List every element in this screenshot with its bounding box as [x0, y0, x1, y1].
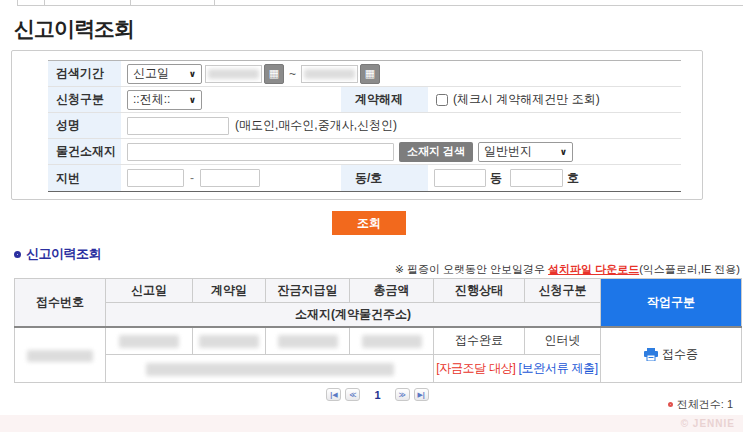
ho-suffix: 호 [567, 170, 579, 187]
chevron-down-icon: ∨ [189, 69, 196, 79]
col-header-contract-date: 계약일 [193, 279, 266, 303]
col-header-total-amount: 총금액 [350, 279, 434, 303]
lot-type-select[interactable]: 일반번지 ∨ [478, 142, 573, 162]
cell-receipt-no [15, 327, 106, 383]
lot-sub-input[interactable] [200, 169, 260, 187]
total-count: 전체건수: 1 [668, 397, 733, 412]
masked-date-to [304, 69, 355, 79]
col-header-report-date: 신고일 [106, 279, 193, 303]
lot-label: 지번 [48, 165, 121, 191]
ho-input[interactable] [510, 169, 563, 187]
prev-page-button[interactable]: ≪ [345, 388, 360, 401]
location-input[interactable] [127, 143, 394, 161]
calendar-from-button[interactable]: ▦ [264, 64, 284, 84]
dong-ho-label: 동/호 [341, 165, 428, 191]
calendar-icon: ▦ [365, 67, 375, 80]
search-form-table: 검색기간 신고일 ∨ ▦ ~ ▦ 신청구분 ::전체:: [48, 60, 681, 192]
period-label: 검색기간 [48, 61, 121, 86]
funding-target-tag: [자금조달 대상] [436, 361, 515, 375]
col-header-apply-type: 신청구분 [525, 279, 601, 303]
total-count-text: 전체건수: 1 [677, 397, 733, 412]
dong-input[interactable] [434, 169, 486, 187]
row-apply-type: 신청구분 ::전체:: ∨ 계약해제 (체크시 계약해제건만 조회) [48, 87, 681, 113]
date-to-input[interactable] [301, 65, 358, 83]
next-page-button[interactable]: ≫ [395, 388, 410, 401]
cell-report-date [106, 327, 193, 355]
col-header-status: 진행상태 [434, 279, 525, 303]
cell-tags: [자금조달 대상] [보완서류 제출] [434, 355, 601, 383]
current-page-number[interactable]: 1 [374, 389, 380, 401]
cell-status: 접수완료 [434, 327, 525, 355]
calendar-icon: ▦ [269, 67, 279, 80]
masked-contract-date [199, 335, 259, 348]
chevron-down-icon: ∨ [560, 147, 567, 157]
location-search-button[interactable]: 소재지 검색 [399, 142, 473, 162]
page-title: 신고이력조회 [14, 15, 134, 43]
col-header-receipt-no: 접수번호 [15, 279, 106, 327]
first-page-button[interactable]: |◀ [326, 388, 341, 401]
install-notice: ※ 필증이 오랫동안 안보일경우 설치파일 다운로드(익스플로러,IE 전용) [395, 262, 740, 277]
dong-suffix: 동 [490, 170, 502, 187]
apply-type-select[interactable]: ::전체:: ∨ [127, 90, 202, 110]
cell-address [106, 355, 434, 383]
cell-apply-type: 인터넷 [525, 327, 601, 355]
name-label: 성명 [48, 113, 121, 138]
notice-prefix: ※ 필증이 오랫동안 안보일경우 [395, 263, 548, 275]
search-form: 검색기간 신고일 ∨ ▦ ~ ▦ 신청구분 ::전체:: [11, 50, 703, 200]
masked-date-from [208, 69, 259, 79]
results-section-title: 신고이력조회 [26, 245, 101, 263]
col-header-balance-date: 잔금지급일 [266, 279, 350, 303]
lot-main-input[interactable] [127, 169, 184, 187]
apply-type-value: ::전체:: [133, 91, 170, 108]
masked-address [146, 363, 394, 376]
period-type-value: 신고일 [133, 65, 169, 82]
table-row: 접수완료 인터넷 접수증 [15, 327, 742, 355]
cell-balance-date [266, 327, 350, 355]
notice-suffix: (익스플로러,IE 전용) [639, 263, 740, 275]
location-label: 물건소재지 [48, 139, 121, 164]
watermark: © JENNIE [681, 418, 735, 429]
contract-cancel-label: 계약해제 [341, 87, 428, 112]
name-input[interactable] [127, 117, 229, 135]
range-separator: ~ [289, 67, 296, 81]
period-type-select[interactable]: 신고일 ∨ [127, 64, 202, 84]
lot-type-value: 일반번지 [484, 143, 532, 160]
printer-icon [644, 348, 658, 361]
name-hint: (매도인,매수인,중개사,신청인) [235, 117, 397, 134]
contract-cancel-checkbox[interactable] [436, 94, 448, 106]
row-lot-number: 지번 - 동/호 동 호 [48, 165, 681, 191]
cell-contract-date [193, 327, 266, 355]
supplement-docs-link[interactable]: [보완서류 제출] [519, 361, 598, 375]
cell-total-amount [350, 327, 434, 355]
contract-cancel-checkbox-text: (체크시 계약해제건만 조회) [453, 91, 600, 108]
masked-report-date [119, 335, 179, 348]
lot-dash: - [190, 171, 194, 185]
masked-balance-date [278, 335, 338, 348]
section-bullet-icon [14, 251, 21, 258]
masked-total-amount [362, 335, 422, 348]
masked-receipt-no [27, 350, 93, 362]
row-location: 물건소재지 소재지 검색 일반번지 ∨ [48, 139, 681, 165]
count-bullet-icon [668, 402, 673, 407]
search-button[interactable]: 조회 [332, 211, 406, 235]
date-from-input[interactable] [205, 65, 262, 83]
footer-strip: © JENNIE [0, 415, 743, 432]
row-search-period: 검색기간 신고일 ∨ ▦ ~ ▦ [48, 61, 681, 87]
pagination: |◀ ≪ 1 ≫ ▶| [14, 388, 741, 401]
chevron-down-icon: ∨ [189, 95, 196, 105]
apply-type-label: 신청구분 [48, 87, 121, 112]
col-header-address: 소재지(계약물건주소) [106, 303, 601, 327]
top-table-remnant [17, 0, 743, 6]
results-table: 접수번호 신고일 계약일 잔금지급일 총금액 진행상태 신청구분 작업구분 소재… [14, 278, 742, 383]
row-name: 성명 (매도인,매수인,중개사,신청인) [48, 113, 681, 139]
last-page-button[interactable]: ▶| [414, 388, 429, 401]
col-header-actions: 작업구분 [601, 279, 742, 327]
report-history-page: 신고이력조회 검색기간 신고일 ∨ ▦ ~ ▦ 신청구분 [0, 0, 743, 432]
results-section-header: 신고이력조회 [14, 245, 101, 263]
receipt-print-button[interactable]: 접수증 [601, 327, 742, 383]
receipt-doc-label: 접수증 [662, 346, 698, 363]
install-file-download-link[interactable]: 설치파일 다운로드 [548, 263, 639, 275]
calendar-to-button[interactable]: ▦ [360, 64, 380, 84]
